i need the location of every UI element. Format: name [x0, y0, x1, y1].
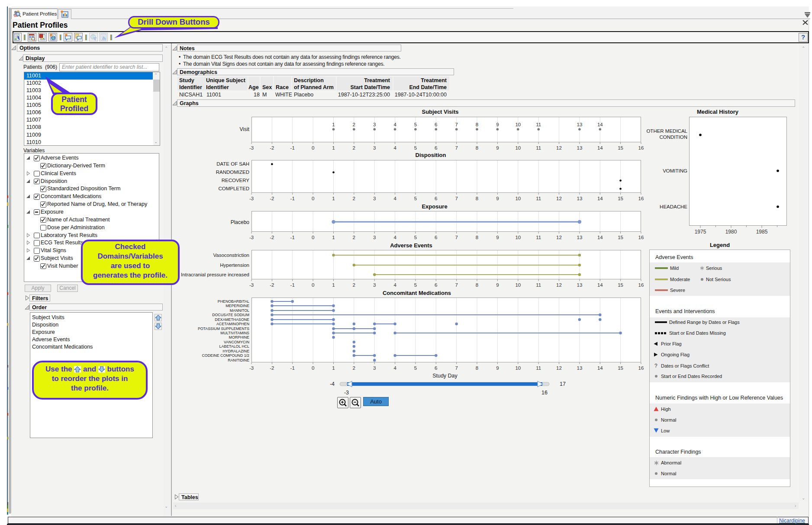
svg-text:-3: -3 [249, 145, 254, 150]
svg-text:0: 0 [312, 282, 314, 288]
svg-text:4: 4 [393, 145, 396, 150]
svg-text:4: 4 [393, 365, 396, 371]
svg-text:10: 10 [515, 145, 521, 150]
svg-text:15: 15 [618, 365, 623, 371]
svg-text:15: 15 [618, 145, 623, 150]
svg-text:13: 13 [577, 235, 583, 240]
svg-text:6: 6 [435, 196, 437, 201]
svg-text:11: 11 [536, 282, 541, 288]
svg-text:5: 5 [414, 196, 417, 201]
svg-text:14: 14 [597, 235, 603, 240]
svg-text:11: 11 [536, 235, 541, 240]
svg-text:16: 16 [638, 235, 644, 240]
svg-text:-1: -1 [290, 282, 295, 288]
svg-text:9: 9 [496, 145, 499, 150]
svg-text:12: 12 [556, 196, 562, 201]
svg-text:0: 0 [312, 235, 314, 240]
svg-text:15: 15 [618, 196, 623, 201]
svg-text:14: 14 [597, 122, 603, 127]
svg-text:8: 8 [476, 365, 478, 371]
svg-text:5: 5 [414, 235, 417, 240]
svg-text:5: 5 [414, 365, 417, 371]
svg-text:2: 2 [353, 365, 355, 371]
svg-text:11: 11 [536, 196, 541, 201]
svg-text:5: 5 [414, 282, 417, 288]
svg-text:-2: -2 [270, 365, 274, 371]
svg-text:-1: -1 [290, 365, 295, 371]
svg-text:14: 14 [597, 365, 603, 371]
svg-text:-3: -3 [249, 282, 254, 288]
svg-text:1: 1 [332, 145, 335, 150]
svg-text:0: 0 [312, 145, 314, 150]
svg-text:8: 8 [476, 196, 478, 201]
svg-text:13: 13 [577, 145, 583, 150]
svg-text:8: 8 [476, 122, 478, 127]
svg-text:6: 6 [435, 122, 437, 127]
svg-text:8: 8 [476, 282, 478, 288]
svg-text:4: 4 [393, 196, 396, 201]
svg-text:1980: 1980 [725, 229, 737, 235]
svg-text:15: 15 [618, 235, 623, 240]
svg-text:8: 8 [476, 145, 478, 150]
svg-text:9: 9 [496, 196, 499, 201]
svg-text:7: 7 [455, 282, 458, 288]
svg-text:-2: -2 [270, 235, 274, 240]
svg-text:1: 1 [332, 365, 335, 371]
svg-text:3: 3 [373, 235, 376, 240]
svg-text:-3: -3 [249, 365, 254, 371]
svg-text:7: 7 [455, 235, 458, 240]
svg-text:-2: -2 [270, 282, 274, 288]
svg-text:3: 3 [373, 365, 376, 371]
svg-text:7: 7 [455, 122, 458, 127]
svg-text:11: 11 [536, 365, 541, 371]
svg-text:15: 15 [618, 282, 623, 288]
svg-text:9: 9 [496, 282, 499, 288]
svg-text:9: 9 [496, 365, 499, 371]
svg-text:4: 4 [393, 235, 396, 240]
svg-text:14: 14 [597, 196, 603, 201]
svg-text:9: 9 [496, 122, 499, 127]
svg-text:-2: -2 [270, 196, 274, 201]
svg-text:1985: 1985 [756, 229, 768, 235]
svg-text:-3: -3 [249, 196, 254, 201]
svg-text:5: 5 [414, 122, 417, 127]
svg-text:10: 10 [515, 282, 521, 288]
svg-text:4: 4 [393, 122, 396, 127]
svg-text:2: 2 [353, 196, 355, 201]
svg-text:10: 10 [515, 365, 521, 371]
svg-text:16: 16 [638, 196, 644, 201]
svg-text:14: 14 [597, 282, 603, 288]
svg-text:11: 11 [536, 145, 541, 150]
svg-text:6: 6 [435, 235, 437, 240]
svg-text:7: 7 [455, 145, 458, 150]
svg-text:8: 8 [476, 235, 478, 240]
svg-text:2: 2 [353, 282, 355, 288]
svg-text:16: 16 [638, 365, 644, 371]
svg-text:1: 1 [332, 282, 335, 288]
svg-text:16: 16 [638, 282, 644, 288]
svg-text:7: 7 [455, 365, 458, 371]
svg-text:-1: -1 [290, 145, 295, 150]
svg-text:1: 1 [332, 196, 335, 201]
svg-text:1: 1 [332, 122, 335, 127]
svg-text:-3: -3 [249, 235, 254, 240]
svg-text:6: 6 [435, 145, 437, 150]
svg-text:5: 5 [414, 145, 417, 150]
svg-text:0: 0 [312, 196, 314, 201]
svg-text:3: 3 [373, 196, 376, 201]
svg-text:6: 6 [435, 365, 437, 371]
svg-text:9: 9 [496, 235, 499, 240]
svg-text:-1: -1 [290, 235, 295, 240]
svg-text:12: 12 [556, 282, 562, 288]
svg-text:12: 12 [556, 365, 562, 371]
svg-text:7: 7 [455, 196, 458, 201]
svg-text:10: 10 [515, 122, 521, 127]
svg-text:1975: 1975 [695, 229, 706, 235]
svg-text:16: 16 [638, 145, 644, 150]
svg-text:6: 6 [435, 282, 437, 288]
svg-text:13: 13 [577, 122, 583, 127]
svg-text:13: 13 [577, 365, 583, 371]
svg-text:-2: -2 [270, 145, 274, 150]
svg-text:14: 14 [597, 145, 603, 150]
svg-text:3: 3 [373, 145, 376, 150]
